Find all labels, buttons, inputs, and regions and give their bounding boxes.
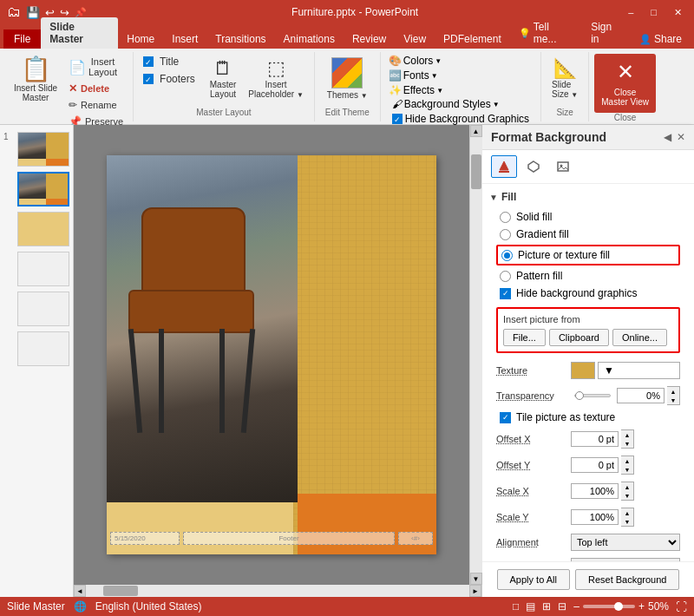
slide-size-btn[interactable]: 📐 SlideSize ▼ xyxy=(547,54,583,102)
scroll-right-btn[interactable]: ► xyxy=(469,585,481,597)
view-presentation-btn[interactable]: ⊟ xyxy=(558,600,566,613)
background-styles-btn[interactable]: 🖌 Background Styles ▼ xyxy=(390,97,539,111)
view-slide-sorter-btn[interactable]: ▤ xyxy=(526,600,535,613)
panel-close-btn[interactable]: ✕ xyxy=(677,131,685,143)
tab-animations[interactable]: Animations xyxy=(275,29,344,49)
rename-btn[interactable]: ✏ Rename xyxy=(64,97,128,113)
tab-slide-master[interactable]: Slide Master xyxy=(41,17,118,49)
gradient-fill-radio[interactable] xyxy=(500,229,511,240)
scale-y-input[interactable]: 100% xyxy=(571,509,619,525)
tab-tell-me[interactable]: 💡Tell me... xyxy=(510,17,582,49)
view-normal-btn[interactable]: □ xyxy=(513,600,519,613)
hide-background-option[interactable]: Hide background graphics xyxy=(489,285,687,302)
hide-background-check[interactable] xyxy=(500,288,511,299)
apply-to-all-btn[interactable]: Apply to All xyxy=(497,569,570,590)
slide-thumb-5[interactable] xyxy=(3,292,69,326)
transparency-thumb[interactable] xyxy=(575,391,584,400)
offset-x-input[interactable]: 0 pt xyxy=(571,431,619,447)
reset-background-btn[interactable]: Reset Background xyxy=(575,569,680,590)
scale-x-input[interactable]: 100% xyxy=(571,483,619,499)
offset-y-up-btn[interactable]: ▲ xyxy=(621,456,633,465)
tab-view[interactable]: View xyxy=(395,29,435,49)
scroll-up-btn[interactable]: ▲ xyxy=(470,125,482,137)
effects-btn[interactable]: ✨ Effects ▼ xyxy=(386,83,535,97)
zoom-minus-btn[interactable]: – xyxy=(573,600,579,613)
clipboard-btn[interactable]: Clipboard xyxy=(549,329,609,346)
tile-picture-check[interactable] xyxy=(500,412,511,423)
slide-panel[interactable]: 1 xyxy=(0,125,74,597)
pattern-fill-option[interactable]: Pattern fill xyxy=(489,267,687,285)
tile-picture-option[interactable]: Tile picture as texture xyxy=(489,409,687,426)
pin-btn[interactable]: 📌 xyxy=(75,7,87,18)
master-layout-btn[interactable]: 🗒 MasterLayout xyxy=(205,54,242,102)
picture-tab-btn[interactable] xyxy=(550,155,576,178)
zoom-plus-btn[interactable]: + xyxy=(638,600,645,613)
online-btn[interactable]: Online... xyxy=(612,329,667,346)
slide-thumb-6[interactable] xyxy=(3,331,69,366)
view-reading-btn[interactable]: ⊞ xyxy=(542,600,551,613)
tab-insert[interactable]: Insert xyxy=(163,29,206,49)
transparency-up-btn[interactable]: ▲ xyxy=(667,387,679,396)
horiz-thumb[interactable] xyxy=(103,586,138,596)
insert-layout-btn[interactable]: 📄 InsertLayout xyxy=(64,54,128,80)
zoom-slider[interactable] xyxy=(583,605,635,608)
thumb-4[interactable] xyxy=(17,252,69,286)
scroll-left-btn[interactable]: ◄ xyxy=(74,585,86,597)
thumb-1[interactable] xyxy=(17,132,69,167)
scroll-thumb[interactable] xyxy=(471,154,481,189)
gradient-fill-option[interactable]: Gradient fill xyxy=(489,226,687,243)
slide-thumb-2[interactable] xyxy=(3,172,69,206)
close-btn[interactable]: ✕ xyxy=(669,5,687,20)
title-checkbox-btn[interactable]: Title xyxy=(139,54,200,69)
close-master-view-btn[interactable]: ✕ CloseMaster View xyxy=(594,54,656,113)
thumb-5[interactable] xyxy=(17,292,69,326)
thumb-3[interactable] xyxy=(17,212,69,246)
maximize-btn[interactable]: □ xyxy=(645,5,662,20)
solid-fill-option[interactable]: Solid fill xyxy=(489,208,687,226)
offset-y-down-btn[interactable]: ▼ xyxy=(621,465,633,474)
thumb-2[interactable] xyxy=(17,172,69,206)
transparency-down-btn[interactable]: ▼ xyxy=(667,396,679,404)
scale-y-up-btn[interactable]: ▲ xyxy=(621,508,633,517)
tab-home[interactable]: Home xyxy=(118,29,163,49)
main-slide[interactable]: 5/15/2020 Footer ‹#› xyxy=(107,155,436,554)
picture-fill-option[interactable]: Picture or texture fill xyxy=(498,246,678,264)
scale-x-down-btn[interactable]: ▼ xyxy=(621,491,633,500)
vertical-scrollbar[interactable]: ▲ ▼ xyxy=(469,125,481,585)
scale-x-up-btn[interactable]: ▲ xyxy=(621,482,633,491)
insert-slide-master-btn[interactable]: 📋 Insert SlideMaster xyxy=(9,54,62,106)
slide-thumb-1[interactable]: 1 xyxy=(3,132,69,167)
quick-save[interactable]: 💾 xyxy=(26,6,40,19)
fonts-btn[interactable]: 🔤 Fonts ▼ xyxy=(386,69,535,82)
tab-transitions[interactable]: Transitions xyxy=(206,29,274,49)
horizontal-scrollbar[interactable] xyxy=(86,585,469,597)
tab-review[interactable]: Review xyxy=(344,29,395,49)
fill-tab-btn[interactable] xyxy=(491,155,517,178)
tab-sign-in[interactable]: Sign in xyxy=(582,17,631,49)
slide-thumb-4[interactable] xyxy=(3,252,69,286)
themes-btn[interactable]: Themes ▼ xyxy=(320,54,375,103)
footers-checkbox-btn[interactable]: Footers xyxy=(139,71,200,87)
panel-back-icon[interactable]: ◀ xyxy=(664,131,671,143)
fill-section-header[interactable]: ▼ Fill xyxy=(489,191,687,203)
colors-btn[interactable]: 🎨 Colors ▼ xyxy=(386,54,535,68)
pattern-fill-radio[interactable] xyxy=(500,271,511,282)
solid-fill-radio[interactable] xyxy=(500,212,511,223)
alignment-select[interactable]: Top left Top center Top right Center lef… xyxy=(571,534,680,551)
file-btn[interactable]: File... xyxy=(503,329,546,346)
scroll-track[interactable] xyxy=(470,137,482,573)
texture-dropdown-btn[interactable]: ▼ xyxy=(598,362,680,379)
scroll-down-btn[interactable]: ▼ xyxy=(470,573,482,585)
zoom-thumb[interactable] xyxy=(614,602,623,611)
slide-thumb-3[interactable] xyxy=(3,212,69,246)
picture-fill-radio[interactable] xyxy=(501,250,513,261)
thumb-6[interactable] xyxy=(17,331,69,366)
delete-btn[interactable]: ✕ Delete xyxy=(64,81,128,96)
effects-tab-btn[interactable] xyxy=(520,155,547,178)
transparency-input[interactable]: 0% xyxy=(617,388,665,403)
insert-placeholder-btn[interactable]: ⬚ InsertPlaceholder ▼ xyxy=(243,54,309,102)
offset-x-down-btn[interactable]: ▼ xyxy=(621,439,633,448)
fit-window-btn[interactable]: ⛶ xyxy=(676,600,687,613)
hide-background-btn[interactable]: Hide Background Graphics xyxy=(390,112,539,126)
offset-y-input[interactable]: 0 pt xyxy=(571,457,619,473)
